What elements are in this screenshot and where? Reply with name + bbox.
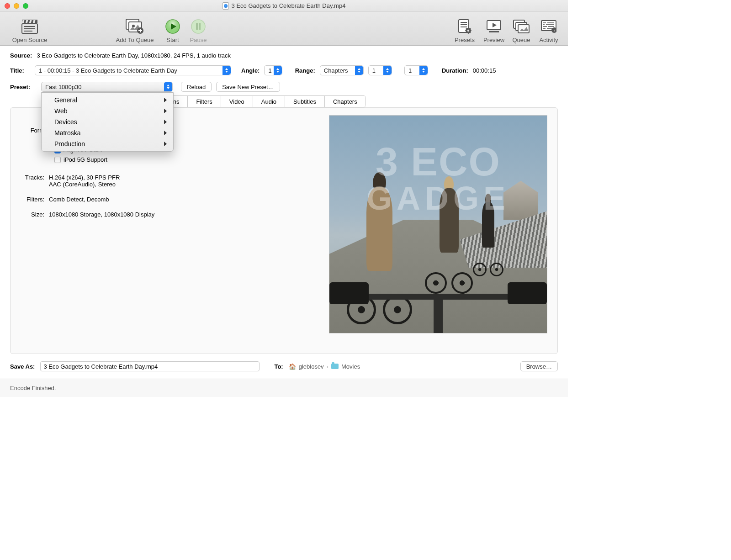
range-label: Range:: [295, 67, 315, 74]
svg-point-23: [467, 30, 469, 32]
add-to-queue-icon: [126, 17, 144, 36]
folder-icon: [331, 364, 339, 369]
queue-icon: [512, 17, 530, 36]
window-title-text: 3 Eco Gadgets to Celebrate Earth Day.mp4: [232, 2, 346, 9]
range-dash: –: [397, 67, 400, 74]
preset-select[interactable]: Fast 1080p30: [41, 82, 173, 92]
title-select[interactable]: 1 - 00:00:15 - 3 Eco Gadgets to Celebrat…: [35, 65, 231, 75]
clapperboard-icon: [21, 17, 39, 36]
size-value: 1080x1080 Storage, 1080x1080 Display: [49, 211, 217, 218]
tracks-line2: AAC (CoreAudio), Stereo: [49, 181, 217, 188]
handlebar: [329, 268, 547, 333]
preset-menu-devices[interactable]: Devices: [42, 116, 173, 127]
close-window[interactable]: [5, 3, 10, 9]
pause-icon: [189, 17, 207, 36]
activity-button[interactable]: i Activity: [534, 17, 563, 43]
preset-menu-general[interactable]: General: [42, 95, 173, 106]
angle-label: Angle:: [241, 67, 260, 74]
tracks-line1: H.264 (x264), 30 FPS PFR: [49, 174, 217, 181]
status-text: Encode Finished.: [10, 385, 56, 391]
title-label: Title:: [10, 67, 30, 74]
ipod5g-checkbox[interactable]: iPod 5G Support: [54, 156, 217, 163]
titlebar: 3 Eco Gadgets to Celebrate Earth Day.mp4: [0, 0, 568, 12]
svg-rect-28: [518, 25, 529, 33]
preview-thumbnail: 3 ECO GADGE: [329, 115, 547, 333]
open-source-button[interactable]: Open Source: [5, 17, 55, 43]
range-from-select[interactable]: 1: [368, 65, 392, 75]
chevron-right-icon: [164, 120, 167, 124]
tab-chapters[interactable]: Chapters: [325, 96, 366, 107]
range-mode-select[interactable]: Chapters: [320, 65, 364, 75]
duration-value: 00:00:15: [473, 67, 496, 74]
traffic-lights: [5, 3, 28, 9]
preset-menu-matroska[interactable]: Matroska: [42, 127, 173, 138]
window-title: 3 Eco Gadgets to Celebrate Earth Day.mp4: [0, 2, 568, 10]
svg-point-15: [191, 20, 205, 33]
reload-button[interactable]: Reload: [181, 82, 212, 92]
tracks-label: Tracks:: [21, 174, 49, 188]
minimize-window[interactable]: [14, 3, 19, 9]
filters-label: Filters:: [21, 196, 49, 203]
source-label: Source:: [10, 52, 32, 59]
angle-select[interactable]: 1: [264, 65, 282, 75]
chevron-right-icon: [164, 109, 167, 113]
chevron-right-icon: [164, 98, 167, 102]
play-icon: [164, 17, 182, 36]
activity-icon: i: [540, 17, 558, 36]
status-bar: Encode Finished.: [0, 379, 568, 397]
filters-value: Comb Detect, Decomb: [49, 196, 217, 203]
save-as-input[interactable]: [40, 361, 260, 371]
preset-label: Preset:: [10, 84, 37, 90]
browse-button[interactable]: Browse…: [520, 361, 558, 371]
tab-audio[interactable]: Audio: [253, 96, 285, 107]
svg-rect-25: [489, 31, 499, 32]
pause-button[interactable]: Pause: [185, 17, 211, 43]
save-as-label: Save As:: [10, 363, 35, 370]
queue-button[interactable]: Queue: [509, 17, 534, 43]
checkbox-icon: [54, 157, 61, 163]
size-label: Size:: [21, 211, 49, 218]
save-new-preset-button[interactable]: Save New Preset…: [216, 82, 280, 92]
range-to-select[interactable]: 1: [404, 65, 428, 75]
destination-path[interactable]: 🏠 gleblosev › Movies: [289, 363, 360, 370]
chevron-right-icon: [164, 142, 167, 146]
save-row: Save As: To: 🏠 gleblosev › Movies Browse…: [0, 354, 568, 379]
preset-menu-production[interactable]: Production: [42, 138, 173, 149]
presets-icon: [456, 17, 474, 36]
preview-button[interactable]: Preview: [479, 17, 509, 43]
add-to-queue-button[interactable]: Add To Queue: [110, 17, 160, 43]
preset-dropdown-menu: General Web Devices Matroska Production: [41, 92, 174, 152]
to-label: To:: [274, 363, 283, 370]
tab-video[interactable]: Video: [221, 96, 253, 107]
chevron-right-icon: [164, 131, 167, 135]
home-icon: 🏠: [289, 363, 296, 370]
source-value: 3 Eco Gadgets to Celebrate Earth Day, 10…: [37, 52, 231, 59]
preset-menu-web[interactable]: Web: [42, 106, 173, 116]
preview-icon: [485, 17, 503, 36]
svg-rect-16: [196, 23, 198, 30]
svg-point-11: [132, 25, 135, 27]
duration-label: Duration:: [442, 67, 468, 74]
overlay-text: 3 ECO GADGE: [329, 142, 547, 215]
zoom-window[interactable]: [23, 3, 28, 9]
presets-button[interactable]: Presets: [450, 17, 479, 43]
svg-rect-17: [199, 23, 201, 30]
tab-subtitles[interactable]: Subtitles: [285, 96, 325, 107]
start-button[interactable]: Start: [160, 17, 185, 43]
tab-filters[interactable]: Filters: [188, 96, 221, 107]
document-icon: [222, 2, 229, 10]
toolbar: Open Source Add To Queue Start Pause: [0, 12, 568, 46]
svg-text:i: i: [554, 28, 555, 32]
